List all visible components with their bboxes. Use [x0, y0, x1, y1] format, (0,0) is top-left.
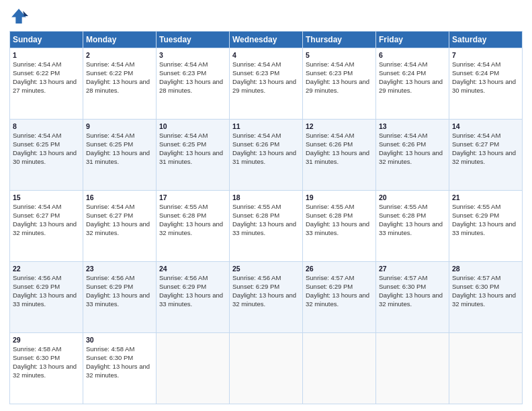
- sunset-text: Sunset: 6:26 PM: [232, 140, 279, 148]
- sunset-text: Sunset: 6:28 PM: [159, 212, 206, 219]
- calendar-cell: 17Sunrise: 4:55 AMSunset: 6:28 PMDayligh…: [157, 191, 230, 262]
- calendar-header-row: SundayMondayTuesdayWednesdayThursdayFrid…: [10, 32, 523, 48]
- daylight-text: Daylight: 13 hours and 28 minutes.: [86, 78, 150, 94]
- calendar-cell: 5Sunrise: 4:54 AMSunset: 6:23 PMDaylight…: [303, 48, 376, 120]
- sunset-text: Sunset: 6:23 PM: [232, 69, 279, 77]
- sunset-text: Sunset: 6:24 PM: [379, 69, 426, 77]
- calendar-week-2: 8Sunrise: 4:54 AMSunset: 6:25 PMDaylight…: [10, 120, 523, 191]
- calendar-cell: [230, 333, 303, 404]
- sunrise-text: Sunrise: 4:54 AM: [232, 132, 281, 139]
- day-number: 8: [13, 122, 80, 131]
- calendar-cell: 29Sunrise: 4:58 AMSunset: 6:30 PMDayligh…: [10, 333, 83, 404]
- sunset-text: Sunset: 6:30 PM: [86, 354, 133, 361]
- daylight-text: Daylight: 13 hours and 33 minutes.: [86, 291, 150, 308]
- sunrise-text: Sunrise: 4:56 AM: [13, 274, 61, 281]
- daylight-text: Daylight: 13 hours and 31 minutes.: [232, 149, 296, 165]
- sunset-text: Sunset: 6:25 PM: [159, 140, 206, 148]
- col-header-sunday: Sunday: [10, 32, 83, 48]
- col-header-saturday: Saturday: [449, 32, 523, 48]
- sunset-text: Sunset: 6:28 PM: [379, 212, 426, 219]
- day-number: 19: [306, 193, 373, 202]
- daylight-text: Daylight: 13 hours and 32 minutes.: [159, 220, 223, 236]
- calendar-cell: 10Sunrise: 4:54 AMSunset: 6:25 PMDayligh…: [157, 120, 230, 191]
- day-number: 4: [232, 50, 300, 60]
- day-number: 22: [13, 264, 80, 273]
- daylight-text: Daylight: 13 hours and 32 minutes.: [86, 363, 150, 379]
- calendar-cell: 21Sunrise: 4:55 AMSunset: 6:29 PMDayligh…: [449, 191, 523, 262]
- day-number: 12: [306, 122, 373, 131]
- calendar-cell: 27Sunrise: 4:57 AMSunset: 6:30 PMDayligh…: [376, 262, 449, 333]
- calendar-cell: 12Sunrise: 4:54 AMSunset: 6:26 PMDayligh…: [303, 120, 376, 191]
- sunrise-text: Sunrise: 4:54 AM: [379, 132, 427, 139]
- day-number: 17: [159, 193, 226, 202]
- day-number: 1: [13, 50, 80, 60]
- calendar-cell: 3Sunrise: 4:54 AMSunset: 6:23 PMDaylight…: [157, 48, 230, 120]
- daylight-text: Daylight: 13 hours and 32 minutes.: [86, 220, 150, 236]
- day-number: 20: [379, 193, 446, 202]
- sunset-text: Sunset: 6:29 PM: [86, 283, 133, 290]
- daylight-text: Daylight: 13 hours and 30 minutes.: [13, 149, 77, 165]
- daylight-text: Daylight: 13 hours and 32 minutes.: [379, 149, 443, 165]
- sunset-text: Sunset: 6:23 PM: [159, 69, 206, 77]
- day-number: 3: [159, 50, 226, 60]
- calendar-cell: 23Sunrise: 4:56 AMSunset: 6:29 PMDayligh…: [83, 262, 157, 333]
- day-number: 25: [232, 264, 300, 273]
- sunrise-text: Sunrise: 4:54 AM: [86, 132, 134, 139]
- daylight-text: Daylight: 13 hours and 29 minutes.: [306, 78, 369, 94]
- sunrise-text: Sunrise: 4:55 AM: [159, 203, 208, 210]
- calendar-cell: 15Sunrise: 4:54 AMSunset: 6:27 PMDayligh…: [10, 191, 83, 262]
- daylight-text: Daylight: 13 hours and 31 minutes.: [86, 149, 150, 165]
- sunrise-text: Sunrise: 4:54 AM: [86, 203, 134, 210]
- sunrise-text: Sunrise: 4:54 AM: [379, 60, 427, 68]
- daylight-text: Daylight: 13 hours and 33 minutes.: [452, 220, 516, 236]
- sunrise-text: Sunrise: 4:54 AM: [452, 60, 500, 68]
- calendar-cell: [157, 333, 230, 404]
- calendar-cell: 19Sunrise: 4:55 AMSunset: 6:28 PMDayligh…: [303, 191, 376, 262]
- day-number: 9: [86, 122, 153, 131]
- sunrise-text: Sunrise: 4:57 AM: [306, 274, 354, 281]
- daylight-text: Daylight: 13 hours and 27 minutes.: [13, 78, 77, 94]
- calendar-cell: 26Sunrise: 4:57 AMSunset: 6:29 PMDayligh…: [303, 262, 376, 333]
- daylight-text: Daylight: 13 hours and 33 minutes.: [232, 220, 296, 236]
- day-number: 7: [452, 50, 519, 60]
- day-number: 24: [159, 264, 226, 273]
- daylight-text: Daylight: 13 hours and 31 minutes.: [306, 149, 369, 165]
- sunrise-text: Sunrise: 4:56 AM: [232, 274, 281, 281]
- day-number: 13: [379, 122, 446, 131]
- daylight-text: Daylight: 13 hours and 33 minutes.: [306, 220, 369, 236]
- calendar-cell: [376, 333, 449, 404]
- sunrise-text: Sunrise: 4:55 AM: [232, 203, 281, 210]
- calendar-cell: 30Sunrise: 4:58 AMSunset: 6:30 PMDayligh…: [83, 333, 157, 404]
- sunrise-text: Sunrise: 4:55 AM: [379, 203, 427, 210]
- sunrise-text: Sunrise: 4:54 AM: [159, 60, 208, 68]
- calendar-cell: 14Sunrise: 4:54 AMSunset: 6:27 PMDayligh…: [449, 120, 523, 191]
- sunrise-text: Sunrise: 4:54 AM: [13, 60, 61, 68]
- sunset-text: Sunset: 6:22 PM: [86, 69, 133, 77]
- sunset-text: Sunset: 6:24 PM: [452, 69, 499, 77]
- calendar-week-3: 15Sunrise: 4:54 AMSunset: 6:27 PMDayligh…: [10, 191, 523, 262]
- calendar-cell: [303, 333, 376, 404]
- calendar-cell: 2Sunrise: 4:54 AMSunset: 6:22 PMDaylight…: [83, 48, 157, 120]
- sunset-text: Sunset: 6:25 PM: [13, 140, 60, 148]
- daylight-text: Daylight: 13 hours and 33 minutes.: [159, 291, 223, 308]
- sunrise-text: Sunrise: 4:54 AM: [306, 132, 354, 139]
- sunrise-text: Sunrise: 4:55 AM: [452, 203, 500, 210]
- calendar-cell: 11Sunrise: 4:54 AMSunset: 6:26 PMDayligh…: [230, 120, 303, 191]
- calendar-cell: 24Sunrise: 4:56 AMSunset: 6:29 PMDayligh…: [157, 262, 230, 333]
- logo: [9, 7, 31, 26]
- day-number: 30: [86, 335, 153, 345]
- calendar-cell: 22Sunrise: 4:56 AMSunset: 6:29 PMDayligh…: [10, 262, 83, 333]
- calendar-cell: 18Sunrise: 4:55 AMSunset: 6:28 PMDayligh…: [230, 191, 303, 262]
- daylight-text: Daylight: 13 hours and 32 minutes.: [379, 291, 443, 308]
- day-number: 11: [232, 122, 300, 131]
- calendar-cell: 9Sunrise: 4:54 AMSunset: 6:25 PMDaylight…: [83, 120, 157, 191]
- day-number: 28: [452, 264, 519, 273]
- col-header-thursday: Thursday: [303, 32, 376, 48]
- calendar-table: SundayMondayTuesdayWednesdayThursdayFrid…: [9, 31, 523, 404]
- daylight-text: Daylight: 13 hours and 32 minutes.: [13, 220, 77, 236]
- calendar-cell: 6Sunrise: 4:54 AMSunset: 6:24 PMDaylight…: [376, 48, 449, 120]
- calendar-cell: 4Sunrise: 4:54 AMSunset: 6:23 PMDaylight…: [230, 48, 303, 120]
- sunrise-text: Sunrise: 4:57 AM: [452, 274, 500, 281]
- daylight-text: Daylight: 13 hours and 32 minutes.: [452, 291, 516, 308]
- sunrise-text: Sunrise: 4:55 AM: [306, 203, 354, 210]
